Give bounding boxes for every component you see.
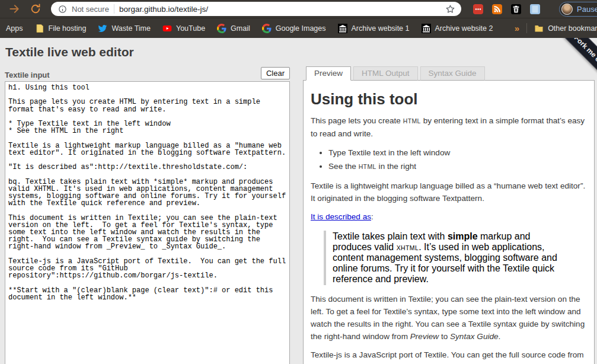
editor-panel: Textile input Clear h1. Using this tool … [5, 66, 290, 364]
google-icon [217, 24, 226, 33]
described-as-link[interactable]: It is described as [311, 212, 371, 221]
preview-pane: Using this tool This page lets you creat… [303, 80, 595, 364]
trash-extension-icon[interactable] [511, 4, 521, 14]
tab-syntax-guide[interactable]: Syntax Guide [420, 66, 485, 81]
page-content: Textile live web editor Textile input Cl… [0, 38, 597, 364]
output-panel: Preview HTML Output Syntax Guide Using t… [303, 66, 595, 364]
address-bar[interactable]: Not secure borgar.github.io/textile-js/ [51, 2, 461, 16]
preview-list: Type Textile text in the left window See… [311, 146, 588, 173]
twitter-icon [98, 24, 107, 33]
bookmark-youtube[interactable]: YouTube [162, 24, 205, 33]
list-item: See the HTML in the right [328, 160, 588, 173]
ellipsis-extension-icon[interactable] [473, 4, 483, 14]
preview-paragraph-3: It is described as: [311, 210, 588, 223]
profile-button[interactable]: Paused [559, 2, 597, 17]
avatar [561, 4, 573, 15]
bookmark-star-icon[interactable] [445, 4, 455, 14]
bookmark-file-hosting[interactable]: File hosting [35, 24, 87, 33]
clear-button[interactable]: Clear [261, 67, 290, 79]
archive-icon [338, 24, 347, 33]
bookmark-archive-website-2[interactable]: Archive website 2 [422, 24, 493, 33]
preview-paragraph-5: Textile-js is a JavaScript port of Texti… [311, 349, 588, 364]
tab-html-output[interactable]: HTML Output [353, 66, 418, 81]
preview-paragraph-4: This document is written in Textile; you… [311, 293, 588, 343]
bookmark-archive-website-1[interactable]: Archive website 1 [338, 24, 410, 33]
extensions-row [473, 4, 540, 14]
output-tabs: Preview HTML Output Syntax Guide [303, 66, 595, 81]
bookmarks-bar-right: » Other bookmarks [515, 23, 597, 33]
bookmarks-bar: Apps File hosting Waste Time YouTube Gma… [0, 18, 597, 38]
bookmark-waste-time[interactable]: Waste Time [98, 24, 151, 33]
google-icon [262, 24, 272, 33]
preview-blockquote: Textile takes plain text with simple mar… [324, 231, 562, 285]
url-text[interactable]: borgar.github.io/textile-js/ [119, 5, 440, 14]
browser-toolbar: Not secure borgar.github.io/textile-js/ … [0, 0, 597, 18]
page-title: Textile live web editor [5, 45, 592, 59]
sync-paused-label: Paused [577, 5, 597, 14]
other-bookmarks-folder[interactable]: Other bookmarks [534, 24, 597, 33]
list-item: Type Textile text in the left window [328, 146, 588, 159]
bookmark-google-images[interactable]: Google Images [262, 24, 326, 33]
archive-icon [422, 24, 431, 33]
tab-preview[interactable]: Preview [306, 66, 351, 81]
reload-icon[interactable] [30, 3, 41, 15]
bookmarks-separator [526, 23, 527, 33]
rss-extension-icon[interactable] [492, 4, 502, 14]
preview-heading: Using this tool [311, 90, 588, 108]
bookmark-gmail[interactable]: Gmail [217, 24, 250, 33]
url-separator [114, 4, 114, 14]
blue-extension-icon[interactable] [530, 4, 540, 14]
security-label: Not secure [72, 5, 109, 14]
textile-input-label: Textile input [5, 71, 50, 79]
textile-input-textarea[interactable]: h1. Using this tool This page lets you c… [5, 81, 290, 364]
preview-paragraph-2: Textile is a lightweight markup language… [311, 180, 588, 205]
youtube-icon [162, 24, 172, 33]
preview-paragraph-1: This page lets you create HTML by enteri… [311, 114, 588, 140]
folder-icon [534, 24, 544, 33]
apps-shortcut[interactable]: Apps [6, 24, 23, 33]
forward-icon[interactable] [8, 3, 20, 15]
info-icon[interactable] [58, 5, 67, 14]
bookmarks-overflow-chevron[interactable]: » [515, 23, 519, 33]
note-icon [35, 24, 44, 33]
